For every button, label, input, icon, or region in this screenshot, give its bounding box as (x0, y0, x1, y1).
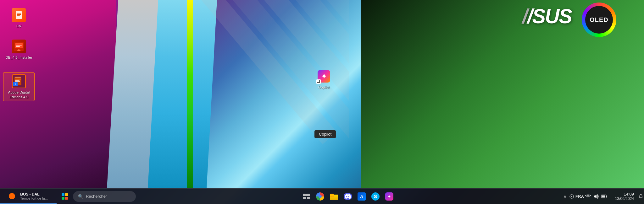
svg-rect-0 (16, 11, 22, 19)
svg-rect-2 (17, 14, 21, 15)
windows-logo (62, 193, 68, 200)
taskbar-app-row: BOS - DAL Temps fort de la... (9, 192, 47, 200)
adobe-digital-editions-icon-image: ↗ (11, 74, 26, 89)
svg-rect-34 (606, 196, 607, 197)
chrome-icon-center (319, 195, 322, 198)
svg-marker-31 (594, 195, 597, 198)
svg-text:✦: ✦ (387, 194, 391, 199)
desktop-icon-cv[interactable]: CV (3, 6, 35, 30)
svg-text:↗: ↗ (14, 83, 17, 86)
task-view-icon (303, 194, 310, 199)
asus-logo: //SUS (522, 5, 572, 28)
tray-icon-1[interactable] (569, 193, 575, 200)
svg-rect-8 (16, 46, 20, 47)
svg-rect-14 (15, 81, 20, 82)
ade-installer-icon-box (12, 40, 26, 53)
desktop: //SUS OLED CV (0, 0, 644, 204)
search-placeholder-text: Rechercher (86, 194, 107, 199)
clock-date: 13/06/2024 (615, 196, 634, 201)
copilot-icon-label: Copilot (318, 85, 330, 90)
start-button[interactable] (57, 189, 73, 204)
skype-icon: S (371, 192, 380, 201)
skype-button[interactable]: S (369, 190, 382, 203)
file-explorer-icon (330, 193, 338, 200)
svg-rect-13 (15, 80, 19, 81)
unknown-app-button[interactable]: A (355, 190, 368, 203)
unknown-app-icon: A (358, 192, 366, 201)
tray-wifi-icon[interactable] (585, 193, 591, 200)
svg-rect-25 (330, 195, 338, 200)
copilot-taskbar-icon: ✦ (385, 192, 393, 201)
cv-icon-label: CV (16, 24, 21, 29)
taskbar-app-text: BOS - DAL Temps fort de la... (20, 192, 47, 200)
taskbar-running-app[interactable]: BOS - DAL Temps fort de la... (0, 189, 57, 204)
system-tray: ∧ FRA (560, 189, 611, 204)
ade-installer-icon-image (11, 39, 26, 54)
taskbar-clock[interactable]: 14:09 13/06/2024 (611, 192, 638, 201)
cv-icon-image (11, 8, 26, 23)
ade-installer-icon-label: DE_4.5_Installer (5, 55, 32, 60)
svg-text:A: A (360, 194, 363, 199)
svg-rect-3 (17, 15, 20, 16)
svg-rect-22 (303, 197, 306, 199)
discord-icon (344, 193, 352, 200)
win-logo-q2 (65, 193, 68, 196)
adobe-digital-editions-icon-label: Adobe Digital Editions 4.5 (5, 90, 33, 99)
ade-icon-box: ↗ (12, 74, 26, 88)
copilot-icon-image: ✦ (316, 69, 331, 84)
win-logo-q1 (62, 193, 64, 196)
oled-badge: OLED (582, 3, 616, 37)
ade-installer-svg (13, 41, 25, 52)
search-bar[interactable]: 🔍 Rechercher (73, 191, 136, 202)
tray-battery-icon[interactable] (601, 193, 608, 200)
tray-volume-icon[interactable] (593, 193, 599, 200)
notification-icon (639, 194, 643, 199)
svg-text:✦: ✦ (321, 72, 327, 80)
svg-rect-12 (15, 79, 21, 79)
clock-time: 14:09 (624, 192, 634, 196)
taskbar: BOS - DAL Temps fort de la... 🔍 Recherch… (0, 188, 644, 204)
svg-rect-11 (15, 78, 21, 78)
notification-button[interactable] (638, 190, 644, 203)
svg-rect-1 (17, 13, 21, 13)
svg-rect-7 (16, 45, 22, 46)
copilot-taskbar-button[interactable]: ✦ (383, 190, 396, 203)
svg-rect-6 (16, 44, 22, 44)
desktop-icon-ade-installer[interactable]: DE_4.5_Installer (3, 38, 35, 61)
chrome-button[interactable] (314, 190, 326, 203)
taskbar-app-subtitle: Temps fort de la... (20, 196, 47, 200)
basketball-icon (9, 193, 15, 199)
chrome-icon (316, 192, 324, 201)
svg-marker-17 (317, 80, 320, 83)
svg-rect-33 (602, 195, 605, 197)
svg-rect-26 (330, 196, 334, 197)
win-logo-q3 (62, 197, 64, 200)
file-explorer-button[interactable] (328, 190, 340, 203)
discord-button[interactable] (341, 190, 354, 203)
svg-rect-23 (307, 197, 310, 199)
desktop-icon-adobe-digital-editions[interactable]: ↗ Adobe Digital Editions 4.5 (3, 72, 35, 101)
win-logo-q4 (65, 197, 68, 200)
asus-slash-icon: / (522, 5, 527, 28)
taskbar-app-title: BOS - DAL (20, 192, 47, 196)
copilot-shortcut-arrow (316, 79, 321, 84)
copilot-tooltip: Copilot (314, 130, 336, 138)
cv-icon-box (12, 8, 26, 22)
tray-expand-button[interactable]: ∧ (564, 194, 567, 199)
search-icon: 🔍 (78, 194, 83, 199)
tray-language[interactable]: FRA (577, 193, 583, 200)
svg-point-30 (571, 196, 572, 197)
copilot-icon-box: ✦ (316, 69, 331, 84)
ade-icon-svg: ↗ (13, 76, 25, 87)
task-view-button[interactable] (300, 190, 313, 203)
svg-rect-21 (306, 194, 310, 196)
desktop-icon-copilot[interactable]: ✦ Copilot (308, 67, 340, 91)
taskbar-apps: A S ✦ (136, 190, 560, 203)
wallpaper-dark-section (192, 0, 349, 188)
cv-icon-svg (14, 11, 23, 19)
oled-badge-label: OLED (585, 6, 613, 34)
svg-rect-20 (303, 194, 306, 196)
